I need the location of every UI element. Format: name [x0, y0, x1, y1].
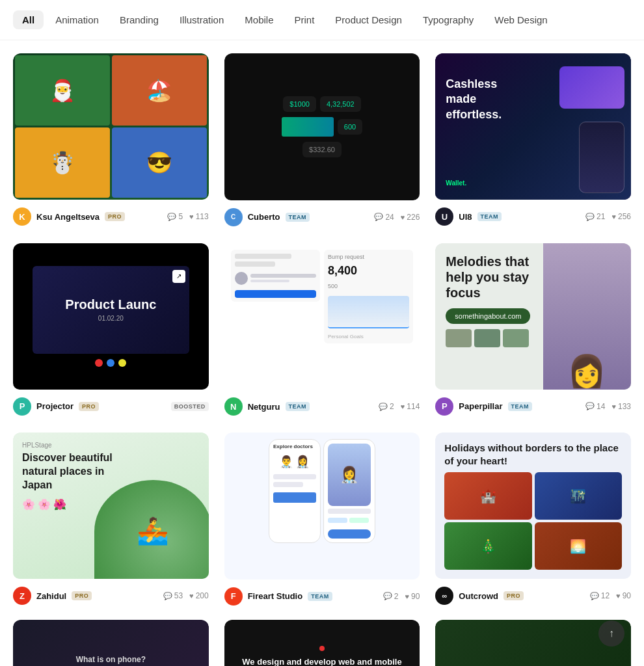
- card-meta: C Cuberto TEAM 💬 24 ♥ 226: [224, 207, 420, 228]
- tag-2: [349, 518, 369, 523]
- card-thumbnail[interactable]: Holidays without borders to the place of…: [435, 433, 631, 579]
- card-thumbnail[interactable]: Bump request 8,400 500 Personal Goals: [224, 243, 420, 390]
- filter-all[interactable]: All: [13, 10, 44, 29]
- like-count: 113: [196, 212, 209, 221]
- filter-web-design[interactable]: Web Design: [485, 10, 556, 29]
- product-launch-inner: ↗ Product Launc 01.02.20: [33, 266, 189, 354]
- card-meta: Z Zahidul PRO 💬 53 ♥ 200: [13, 585, 209, 606]
- card-paperpillar: 👩 Melodies that help you stay focus some…: [435, 243, 631, 418]
- filter-print[interactable]: Print: [285, 10, 323, 29]
- dot-yellow: [118, 359, 126, 367]
- author-name: Netguru: [248, 402, 280, 412]
- card-cuberto: $1000 4,32,502 600 $332.60 C Cuberto TEA…: [224, 53, 420, 228]
- christmas-cell-4: 😎: [112, 127, 207, 198]
- comment-stat: 💬 2: [383, 592, 399, 601]
- author-name: UI8: [459, 212, 472, 222]
- darkui-row-3: $332.60: [302, 142, 342, 157]
- comment-count: 5: [178, 212, 183, 221]
- filter-typography[interactable]: Typography: [414, 10, 483, 29]
- like-count: 256: [618, 212, 631, 221]
- japan-headline: Discover beautiful natural places in Jap…: [22, 451, 120, 492]
- avatar: Z: [13, 587, 31, 605]
- profile-row: [235, 272, 316, 285]
- music-headline: Melodies that help you stay focus: [446, 254, 542, 300]
- holidays-grid: 🏰 🌃 🎄 🌅: [444, 472, 622, 570]
- christmas-cell-1: 🎅: [15, 55, 110, 126]
- comment-icon: 💬: [590, 592, 599, 600]
- doc-row-1: [273, 474, 316, 479]
- card-thumbnail[interactable]: Explore doctors 👨‍⚕️ 👩‍⚕️ 👩‍⚕️: [224, 433, 420, 579]
- card-stats: BOOSTED: [171, 402, 209, 411]
- card-stats: 💬 24 ♥ 226: [374, 213, 420, 222]
- comment-stat: 💬 21: [585, 212, 605, 221]
- profile-pic: [235, 272, 248, 285]
- comment-icon: 💬: [374, 213, 383, 221]
- comment-stat: 💬 14: [585, 402, 605, 411]
- music-thumb-2: [474, 329, 500, 347]
- author-badge: PRO: [105, 212, 125, 221]
- card-meta: ∞ Outcrowd PRO 💬 12 ♥ 90: [435, 585, 631, 606]
- card-ksu-angeltseva: 🎅 🏖️ ☃️ 😎 K Ksu Angeltseva PRO 💬 5 ♥ 113: [13, 53, 209, 228]
- card-meta: N Netguru TEAM 💬 2 ♥ 114: [224, 396, 420, 417]
- filter-illustration[interactable]: Illustration: [170, 10, 233, 29]
- holiday-cell-4: 🌅: [535, 522, 622, 570]
- avatar: N: [224, 397, 243, 416]
- partial-text-2: We design and develop web and mobile app…: [232, 656, 412, 666]
- card-stats: 💬 12 ♥ 90: [590, 591, 631, 600]
- music-person: 👩: [543, 243, 631, 390]
- author-badge: TEAM: [508, 402, 533, 411]
- like-icon: ♥: [189, 592, 194, 600]
- scroll-to-top-button[interactable]: ↑: [598, 620, 624, 646]
- partial-thumbnail-2[interactable]: We design and develop web and mobile app…: [224, 620, 420, 667]
- card-thumbnail[interactable]: HPLStage Discover beautiful natural plac…: [13, 433, 209, 579]
- action-btn: [235, 290, 316, 298]
- author-badge: TEAM: [477, 212, 502, 221]
- filter-mobile[interactable]: Mobile: [235, 10, 282, 29]
- music-cta: somethingabout.com: [446, 308, 530, 324]
- bump-label: Bump request: [328, 254, 409, 260]
- filter-product-design[interactable]: Product Design: [326, 10, 411, 29]
- author-name: Projector: [36, 401, 74, 411]
- avatar: P: [13, 397, 31, 416]
- like-icon: ♥: [189, 213, 194, 220]
- holiday-cell-3: 🎄: [444, 522, 531, 570]
- card-thumbnail[interactable]: 🎅 🏖️ ☃️ 😎: [13, 53, 209, 200]
- card-meta: P Projector PRO BOOSTED: [13, 396, 209, 417]
- scroll-up-icon: ↑: [609, 628, 614, 639]
- like-count: 114: [407, 402, 420, 411]
- like-stat: ♥ 90: [616, 591, 631, 600]
- like-stat: ♥ 113: [189, 212, 209, 221]
- goal-label: 500: [328, 283, 409, 289]
- like-stat: ♥ 256: [611, 212, 631, 221]
- partial-thumbnail-1[interactable]: What is on phone? get together to join O…: [13, 620, 209, 667]
- card-thumbnail[interactable]: $1000 4,32,502 600 $332.60: [224, 53, 420, 200]
- holidays-title: Holidays without borders to the place of…: [444, 442, 622, 467]
- comment-count: 24: [385, 213, 394, 222]
- filter-animation[interactable]: Animation: [46, 10, 108, 29]
- like-count: 90: [623, 591, 631, 600]
- author-name: Cuberto: [248, 212, 280, 222]
- comment-stat: 💬 24: [374, 213, 394, 222]
- like-icon: ♥: [401, 403, 405, 410]
- avatar: ∞: [435, 587, 453, 605]
- like-stat: ♥ 114: [401, 402, 420, 411]
- person-emoji: 👩: [567, 353, 606, 390]
- darkui-amount: $1000: [283, 96, 316, 112]
- card-projector: ↗ Product Launc 01.02.20 P Projector PRO…: [13, 243, 209, 418]
- filter-branding[interactable]: Branding: [111, 10, 168, 29]
- dot-red: [95, 359, 103, 367]
- card-thumbnail[interactable]: 👩 Melodies that help you stay focus some…: [435, 243, 631, 390]
- card-thumbnail[interactable]: ↗ Product Launc 01.02.20: [13, 243, 209, 390]
- like-icon: ♥: [611, 213, 616, 220]
- japan-flowers: 🌸 🌸 🌺: [22, 498, 200, 511]
- card-meta: K Ksu Angeltseva PRO 💬 5 ♥ 113: [13, 206, 209, 227]
- pay-row-2: [235, 261, 276, 267]
- boosted-badge: BOOSTED: [171, 402, 209, 411]
- doc-figure-2: 👩‍⚕️: [295, 455, 310, 469]
- darkui-stat: 4,32,502: [320, 96, 361, 112]
- doc-cta: [328, 529, 371, 539]
- card-thumbnail[interactable]: Cashlessmadeeffortless. Wallet.: [435, 53, 631, 200]
- comment-count: 21: [597, 212, 605, 221]
- music-thumb-1: [446, 329, 472, 347]
- author-badge: TEAM: [308, 592, 332, 601]
